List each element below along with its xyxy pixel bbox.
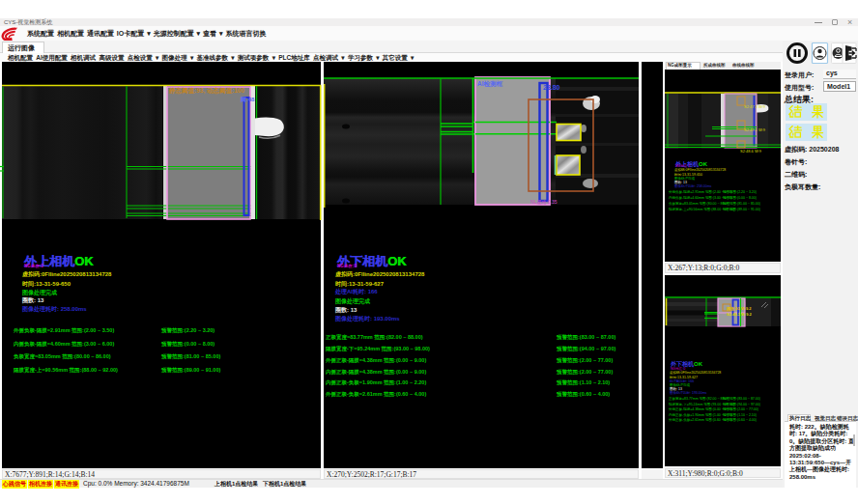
svg-text:阈.48: 阈.48 (241, 96, 255, 103)
svg-text:静态阈值:93, 动态阈值:100: 静态阈值:93, 动态阈值:100 (168, 87, 244, 95)
svg-text:S2:49.1 W:9: S2:49.1 W:9 (744, 127, 766, 132)
svg-text:AI检测框: AI检测框 (477, 80, 503, 88)
svg-text:S2:48.6 W:9: S2:48.6 W:9 (740, 149, 762, 154)
svg-text:S2:48.3 W:9.2: S2:48.3 W:9.2 (727, 312, 752, 317)
svg-text:NL规格:0.35: NL规格:0.35 (530, 199, 558, 206)
svg-text:23.80: 23.80 (543, 84, 560, 91)
svg-text:S2:47.3 W:9: S2:47.3 W:9 (744, 104, 766, 109)
